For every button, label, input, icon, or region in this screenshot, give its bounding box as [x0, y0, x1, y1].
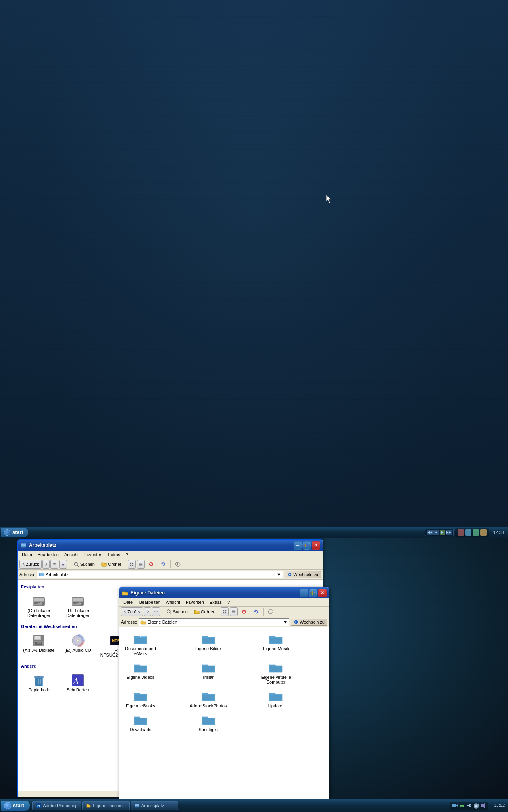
taskbar-photoshop[interactable]: Ps Adobe Photoshop	[32, 801, 81, 810]
arbeitsplatz-titlebar[interactable]: Arbeitsplatz ─ □ ✕	[18, 540, 323, 551]
menu-help[interactable]: ?	[123, 552, 131, 558]
minimize-button[interactable]: ─	[294, 541, 302, 550]
papierkorb[interactable]: Papierkorb	[21, 672, 57, 694]
menu-datei[interactable]: Datei	[19, 552, 35, 558]
back-label: Zurück	[26, 562, 39, 567]
eigene-dateien-addressbar[interactable]: Adresse Eigene Dateien ▼ Wechseln zu	[119, 617, 329, 627]
prev-btn-top[interactable]: ◀◀	[427, 530, 433, 535]
tray-icon-3	[473, 529, 479, 536]
ed-menu-extras[interactable]: Extras	[207, 599, 224, 605]
ed-stop-btn[interactable]	[239, 608, 250, 616]
svg-rect-41	[35, 636, 40, 639]
close-button-2[interactable]: ✕	[318, 589, 327, 597]
eigene-dateien-window[interactable]: Eigene Dateien ─ □ ✕ Datei Bearbeiten An…	[119, 587, 329, 812]
schriftarten-label: Schriftarten	[67, 688, 89, 692]
taskbar-eigene-dateien[interactable]: Eigene Dateien	[82, 801, 130, 810]
arbeitsplatz-addressbar[interactable]: Adresse Arbeitsplatz ▼ Wechseln zu	[18, 570, 323, 580]
ed-folders-button[interactable]: Ordner	[191, 608, 217, 616]
ed-back-button[interactable]: Zurück	[121, 607, 143, 616]
close-button[interactable]: ✕	[312, 541, 320, 550]
wechseln-label: Wechseln zu	[293, 572, 318, 577]
play-btn-top[interactable]: ▶	[440, 530, 445, 535]
start-button-bottom[interactable]: start	[1, 801, 30, 811]
drive-e[interactable]: (E:) Audio CD	[60, 632, 96, 659]
ed-forward-button[interactable]	[144, 607, 151, 616]
menu-bearbeiten[interactable]: Bearbeiten	[35, 552, 61, 558]
back-button[interactable]: Zurück	[19, 560, 42, 569]
start-button-top[interactable]: start	[1, 528, 28, 537]
arbeitsplatz-titlebar-icon	[20, 542, 27, 548]
folder-musik[interactable]: Eigene Musik	[258, 630, 294, 657]
ed-menu-datei[interactable]: Datei	[121, 599, 136, 605]
ed-go-button[interactable]: Wechseln zu	[291, 619, 327, 626]
stop-btn-top[interactable]: ■	[433, 530, 439, 535]
arbeitsplatz-menubar[interactable]: Datei Bearbeiten Ansicht Favoriten Extra…	[18, 551, 323, 559]
eigene-dateien-menubar[interactable]: Datei Bearbeiten Ansicht Favoriten Extra…	[119, 598, 329, 607]
ed-up-button[interactable]	[152, 607, 160, 616]
view-btn-1[interactable]	[128, 560, 136, 569]
menu-extras[interactable]: Extras	[106, 552, 123, 558]
go-button[interactable]: Wechseln zu	[285, 571, 321, 578]
drive-c-label: (C:) Lokaler Datenträger	[23, 608, 55, 618]
ed-search-label: Suchen	[173, 609, 188, 614]
svg-rect-10	[132, 563, 133, 564]
ed-refresh-btn[interactable]	[250, 608, 262, 616]
ed-info-btn[interactable]	[265, 608, 276, 616]
svg-rect-62	[37, 676, 40, 677]
address-dropdown[interactable]: ▼	[277, 572, 281, 577]
minimize-button-2[interactable]: ─	[300, 589, 308, 597]
search-button[interactable]: Suchen	[71, 560, 98, 568]
ed-view-btn-2[interactable]	[230, 607, 238, 616]
folder-downloads[interactable]: Downloads	[123, 711, 158, 733]
next-btn-top[interactable]: ▶▶	[446, 530, 452, 535]
drive-d[interactable]: (D:) Lokaler Datenträger	[60, 592, 96, 619]
ed-menu-ansicht[interactable]: Ansicht	[164, 599, 183, 605]
drive-a[interactable]: (A:) 3½-Diskette	[21, 632, 57, 659]
folders-label: Ordner	[108, 562, 121, 567]
taskbar-bottom[interactable]: start Ps Adobe Photoshop Eigene Dateien	[0, 799, 508, 812]
folder-updater[interactable]: Updater	[258, 688, 294, 710]
tray-icon-4	[480, 529, 487, 536]
taskbar-arbeitsplatz[interactable]: Arbeitsplatz	[131, 801, 178, 810]
folder-videos[interactable]: Eigene Videos	[123, 659, 158, 686]
folder-dokumente[interactable]: Dokumente und eMails	[123, 630, 158, 657]
svg-point-7	[74, 562, 77, 565]
taskbar-top[interactable]: start ◀◀ ■ ▶ ▶▶ 12:38	[0, 527, 508, 538]
ed-menu-favoriten[interactable]: Favoriten	[183, 599, 206, 605]
ed-menu-help[interactable]: ?	[225, 599, 232, 605]
svg-text:A: A	[73, 677, 79, 686]
folder-trillian[interactable]: Trillian	[190, 659, 226, 686]
info-btn[interactable]	[172, 560, 183, 568]
svg-rect-109	[135, 804, 139, 806]
ed-view-btn-1[interactable]	[221, 607, 229, 616]
address-input[interactable]: Arbeitsplatz ▼	[37, 571, 283, 578]
refresh-btn[interactable]	[158, 560, 169, 568]
eigene-dateien-toolbar[interactable]: Zurück Suchen Ordner	[119, 607, 329, 617]
tray-icon-2	[465, 529, 471, 536]
folder-adobe-stock[interactable]: AdobeStockPhotos	[190, 688, 226, 710]
schriftarten[interactable]: A Schriftarten	[60, 672, 96, 694]
ed-toolbar-sep-2	[219, 608, 219, 616]
menu-ansicht[interactable]: Ansicht	[62, 552, 81, 558]
stop-nav-btn[interactable]	[146, 560, 157, 568]
folders-button[interactable]: Ordner	[98, 560, 124, 568]
start-label-top: start	[12, 529, 23, 535]
ed-search-button[interactable]: Suchen	[164, 608, 190, 616]
ed-address-input[interactable]: Eigene Dateien ▼	[139, 618, 289, 626]
forward-button[interactable]	[42, 560, 50, 569]
folder-bilder[interactable]: Eigene Bilder	[190, 630, 226, 657]
view-btn-2[interactable]	[137, 560, 145, 569]
media-controls-top[interactable]: ◀◀ ■ ▶ ▶▶	[425, 529, 454, 536]
up-button[interactable]	[50, 560, 58, 569]
folder-virt-computer[interactable]: Eigene virtuelle Computer	[258, 659, 294, 686]
ed-menu-bearbeiten[interactable]: Bearbeiten	[137, 599, 163, 605]
folder-ebooks[interactable]: Eigene eBooks	[123, 688, 158, 710]
toolbar-sep-1	[69, 560, 69, 568]
arbeitsplatz-toolbar[interactable]: Zurück Suchen Ordner	[18, 559, 323, 570]
folder-sonstiges[interactable]: Sonstiges	[190, 711, 226, 733]
ed-address-dropdown[interactable]: ▼	[283, 620, 287, 624]
fav-button[interactable]	[59, 560, 67, 569]
eigene-dateien-titlebar[interactable]: Eigene Dateien ─ □ ✕	[119, 587, 329, 598]
drive-c[interactable]: (C:) Lokaler Datenträger	[21, 592, 57, 619]
menu-favoriten[interactable]: Favoriten	[82, 552, 105, 558]
